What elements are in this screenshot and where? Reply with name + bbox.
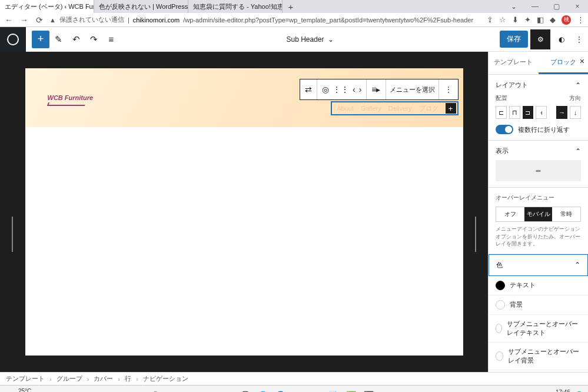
color-text-row[interactable]: テキスト [489,276,588,295]
browser-tab[interactable]: 色が反映されない | WordPress.org × [94,0,188,13]
chevron-right-icon[interactable]: › [359,85,362,94]
maximize-icon[interactable]: ▢ [546,2,567,11]
color-background-row[interactable]: 背景 [489,295,588,315]
new-tab-button[interactable]: + [283,2,299,12]
document-title[interactable]: Sub Header ⌄ [120,35,500,44]
kebab-icon[interactable]: ⋮ [577,15,584,24]
align-icon[interactable]: ≡▸ [367,79,386,99]
direction-vertical-button[interactable]: ↓ [570,106,581,119]
nav-link[interactable]: About [337,105,354,112]
menu-select-dropdown[interactable]: メニューを選択 [386,79,439,99]
kebab-icon[interactable]: ⋮ [439,79,458,99]
extension-icon[interactable]: ◧ [537,15,544,24]
app-icon[interactable]: ⬛ [362,388,376,393]
forward-icon[interactable]: → [19,15,29,25]
editor-topbar: + ✎ ↶ ↷ ≡ Sub Header ⌄ 保存 ⚙ ◐ ⋮ [0,27,588,52]
redo-icon[interactable]: ↷ [85,31,102,48]
navigation-block-icon[interactable]: ⇄ [300,79,317,99]
save-button[interactable]: 保存 [500,31,528,48]
edge-icon[interactable]: 🔵 [274,388,288,393]
profile-avatar[interactable]: 桃 [562,15,571,25]
task-view-icon[interactable]: ▭ [168,388,182,393]
browser-tab[interactable]: 知恵袋に質問する - Yahoo!知恵袋 × [188,0,283,13]
panel-header[interactable]: 表示 ⌃ [496,147,581,155]
reload-icon[interactable]: ⟳ [34,15,45,25]
breadcrumb-item[interactable]: グループ [57,374,82,383]
display-preview[interactable]: ═ [496,160,581,181]
widgets-icon[interactable]: ▦ [185,388,200,393]
star-icon[interactable]: ☆ [499,15,506,24]
breadcrumb-item[interactable]: 行 [125,374,131,383]
chevron-down-icon: ⌄ [328,35,334,44]
app-icon[interactable]: ▮ [221,388,235,393]
add-block-button[interactable]: + [32,31,49,48]
nav-link[interactable]: ブログ [419,104,438,113]
overlay-menu-panel: オーバーレイメニュー オフ モバイル 常時 メニューアイコンのナビゲーションオプ… [489,188,588,254]
navigation-block[interactable]: About Gallery Delivery ブログ + [331,101,458,115]
scroll-handle[interactable] [475,217,476,252]
panel-header[interactable]: レイアウト ⌃ [496,81,581,89]
kebab-icon[interactable]: ⋮ [570,35,588,44]
chat-icon[interactable]: 💬 [238,388,253,393]
breadcrumb-item[interactable]: ナビゲーション [143,374,188,383]
overlay-off-button[interactable]: オフ [496,207,524,221]
edit-icon[interactable]: ✎ [49,31,67,48]
wrap-toggle[interactable] [496,125,513,134]
site-logo[interactable]: WCB Furniture [48,94,94,106]
drag-handle-icon[interactable]: ⋮⋮ [333,85,349,94]
minimize-icon[interactable]: — [524,2,546,11]
editor-canvas[interactable]: WCB Furniture ⇄ ◎ ⋮⋮ ‹ › ≡▸ メニューを選択 ⋮ [25,68,463,356]
mail-icon[interactable]: ✉ [291,388,305,393]
url-field[interactable]: ▲ 保護されていない通信 | chikinomori.com/wp-admin/… [49,15,482,24]
browser-tab[interactable]: エディター (ベータ) ‹ WCB Furniture × [0,0,94,13]
styles-icon[interactable]: ◐ [553,35,570,44]
store-icon[interactable]: 🛍 [309,388,323,393]
navigation-icon[interactable]: ◎ [322,85,329,94]
download-icon[interactable]: ⬇ [512,15,519,24]
color-submenu-text-row[interactable]: サブメニューとオーバーレイテキスト [489,315,588,343]
nav-link[interactable]: Gallery [361,105,381,112]
justify-center-button[interactable]: ⊓ [509,106,520,119]
wordpress-logo[interactable] [0,27,26,52]
nav-link[interactable]: Delivery [388,105,412,112]
clock[interactable]: 17:45 2022/09/01 [541,389,570,393]
extension-icon[interactable]: ◆ [550,15,556,24]
scroll-handle[interactable] [12,217,13,252]
sidebar-tabs: テンプレート ブロック × [489,52,588,75]
undo-icon[interactable]: ↶ [67,31,85,48]
close-icon[interactable]: × [567,2,588,11]
app-icon[interactable]: 🟩 [344,388,358,393]
close-icon[interactable]: × [580,57,584,66]
weather-widget[interactable]: ⛅ 25°C くもり [5,388,36,392]
puzzle-icon[interactable]: ✦ [524,15,531,24]
start-button[interactable]: ⊞ [132,388,147,393]
list-view-icon[interactable]: ≡ [102,31,120,48]
justify-right-button[interactable]: ⊐ [523,106,534,119]
panel-header[interactable]: 色 ⌃ [489,255,587,275]
header-template-part[interactable]: WCB Furniture ⇄ ◎ ⋮⋮ ‹ › ≡▸ メニューを選択 ⋮ [25,68,463,127]
chevron-up-icon: ⌃ [574,261,580,269]
justify-between-button[interactable]: ⫞ [536,106,547,119]
tab-title: エディター (ベータ) ‹ WCB Furniture [5,2,94,11]
color-swatch [496,324,502,333]
chrome-icon[interactable]: 🌐 [256,388,270,393]
settings-icon[interactable]: ⚙ [380,388,394,393]
settings-icon[interactable]: ⚙ [530,29,550,49]
color-submenu-bg-row[interactable]: サブメニューとオーバーレイ背景 [489,343,588,370]
chevron-left-icon[interactable]: ‹ [353,85,356,94]
chevron-down-icon[interactable]: ⌄ [503,2,524,11]
back-icon[interactable]: ← [4,15,14,25]
toolbar-group: ◎ ⋮⋮ ‹ › [317,79,367,99]
direction-horizontal-button[interactable]: → [556,106,567,119]
justify-left-button[interactable]: ⊏ [496,106,507,119]
tab-template[interactable]: テンプレート [489,52,539,74]
share-icon[interactable]: ⇪ [487,15,493,24]
overlay-always-button[interactable]: 常時 [552,207,580,221]
explorer-icon[interactable]: 📁 [203,388,217,393]
breadcrumb-item[interactable]: カバー [94,374,113,383]
overlay-mobile-button[interactable]: モバイル [524,207,553,221]
breadcrumb-item[interactable]: テンプレート [6,374,45,383]
office-icon[interactable]: 📄 [327,388,341,393]
search-icon[interactable]: 🔍 [150,388,164,393]
add-nav-item-button[interactable]: + [446,103,456,114]
